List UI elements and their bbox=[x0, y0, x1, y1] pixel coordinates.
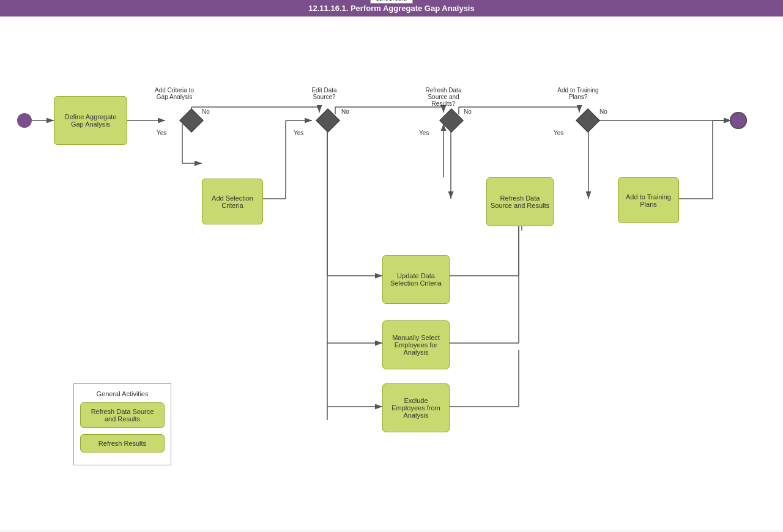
gateway2-label: Edit Data Source? bbox=[300, 87, 349, 100]
canvas: Define Aggregate Gap Analysis Add Criter… bbox=[0, 17, 783, 530]
gateway2-yes: Yes bbox=[294, 130, 303, 136]
gateway3 bbox=[439, 108, 464, 133]
gateway1-label: Add Criteria to Gap Analysis bbox=[150, 87, 199, 100]
gateway2-no: No bbox=[341, 108, 349, 115]
gateway4-yes: Yes bbox=[554, 130, 563, 136]
gateway1-no: No bbox=[202, 108, 210, 115]
legend-box: General Activities Refresh Data Source a… bbox=[73, 383, 171, 465]
start-event bbox=[17, 113, 32, 128]
gateway4-label: Add to Training Plans? bbox=[551, 87, 606, 100]
manually-select-activity[interactable]: Manually Select Employees for Analysis bbox=[382, 320, 450, 369]
header-version: 12.11.16.2 bbox=[370, 0, 413, 4]
legend-item-refresh-results[interactable]: Refresh Results bbox=[80, 434, 165, 453]
gateway4-no: No bbox=[599, 108, 607, 115]
legend-item-refresh-data[interactable]: Refresh Data Source and Results bbox=[80, 402, 165, 428]
end-event bbox=[731, 113, 746, 128]
update-data-activity[interactable]: Update Data Selection Criteria bbox=[382, 255, 450, 304]
header-bar: 12.11.16.2 12.11.16.1. Perform Aggregate… bbox=[0, 0, 783, 17]
gateway1-yes: Yes bbox=[157, 130, 166, 136]
header-title: 12.11.16.1. Perform Aggregate Gap Analys… bbox=[0, 4, 783, 13]
gateway2 bbox=[316, 108, 340, 133]
add-selection-activity[interactable]: Add Selection Criteria bbox=[202, 179, 263, 224]
add-training-activity[interactable]: Add to Training Plans bbox=[618, 177, 679, 223]
refresh-data-activity[interactable]: Refresh Data Source and Results bbox=[486, 177, 554, 226]
exclude-employees-activity[interactable]: Exclude Employees from Analysis bbox=[382, 383, 450, 432]
gateway3-label: Refresh Data Source and Results? bbox=[416, 87, 471, 107]
gateway3-no: No bbox=[464, 108, 472, 115]
gateway1 bbox=[179, 108, 204, 133]
legend-title: General Activities bbox=[80, 390, 165, 397]
gateway3-yes: Yes bbox=[419, 130, 429, 136]
gateway4 bbox=[576, 108, 600, 133]
define-activity[interactable]: Define Aggregate Gap Analysis bbox=[54, 96, 127, 145]
